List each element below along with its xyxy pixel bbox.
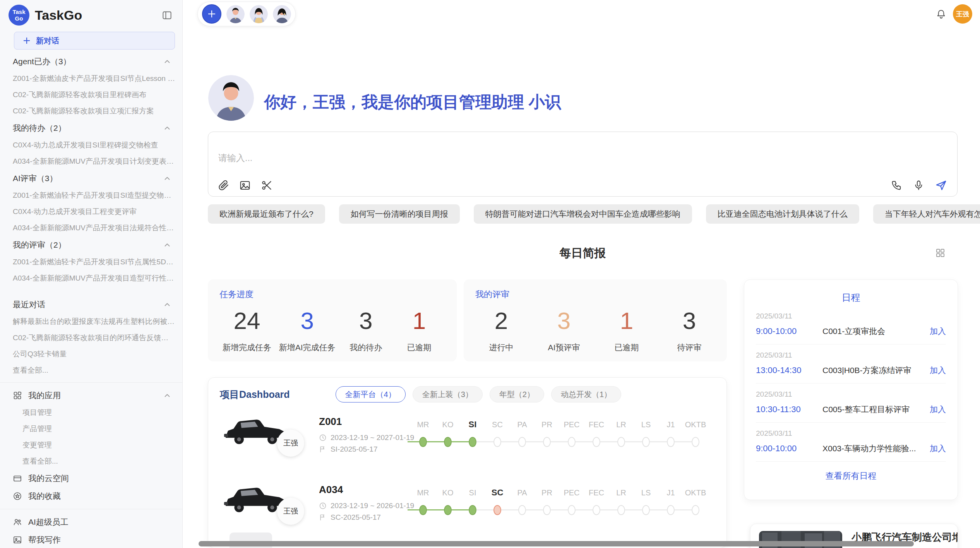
sidebar-item[interactable]: C0X4-动力总成开发项目工程变更评审 bbox=[0, 204, 182, 220]
suggestion-chip[interactable]: 当下年轻人对汽车外观有怎样的喜好趋势 bbox=[873, 204, 980, 224]
sidebar-item-tool[interactable]: AI超级员工 bbox=[0, 513, 182, 531]
project-owner-avatar: 王强 bbox=[277, 498, 304, 525]
user-avatar[interactable]: 王强 bbox=[953, 4, 972, 24]
app-item[interactable]: 项目管理 bbox=[0, 404, 182, 421]
recent-item[interactable]: 公司Q3轻卡销量 bbox=[0, 346, 182, 362]
section-label: 我的应用 bbox=[28, 390, 61, 401]
notification-bell-icon[interactable] bbox=[936, 9, 946, 19]
member-avatar[interactable] bbox=[273, 5, 291, 23]
stat-label: 我的待办 bbox=[343, 342, 389, 353]
join-link[interactable]: 加入 bbox=[930, 404, 946, 415]
schedule-name: C005-整车工程目标评审 bbox=[822, 404, 930, 415]
milestone-label: PEC bbox=[559, 420, 584, 429]
cloud-space-label: 我的云空间 bbox=[28, 473, 69, 484]
project-code: Z001 bbox=[319, 416, 414, 428]
app-item[interactable]: 产品管理 bbox=[0, 421, 182, 437]
milestone-progress-line bbox=[408, 441, 473, 442]
stat-label: 进行中 bbox=[478, 342, 524, 353]
date-range: 2023-12-19 ~ 2027-01-19 bbox=[331, 433, 414, 442]
section-header[interactable]: AI评审（3） bbox=[0, 170, 182, 187]
stat: 3新增AI完成任务 bbox=[279, 307, 336, 353]
project-flag: SI-2025-05-17 bbox=[319, 445, 414, 454]
milestone-dot bbox=[419, 437, 427, 447]
chat-input-box[interactable] bbox=[208, 132, 958, 197]
sidebar: Task Go TaskGo 新对话 Agent已办（3）Z001-全新燃油皮卡… bbox=[0, 0, 183, 548]
suggestion-chip[interactable]: 欧洲新规最近颁布了什么? bbox=[208, 204, 325, 224]
milestone-label: J1 bbox=[658, 420, 683, 429]
stat-value: 24 bbox=[223, 307, 271, 334]
sidebar-collapse-icon[interactable] bbox=[162, 10, 172, 21]
chat-input[interactable] bbox=[218, 153, 760, 163]
milestone-label: LS bbox=[634, 488, 658, 497]
image-upload-icon[interactable] bbox=[239, 180, 251, 191]
sidebar-item-favorites[interactable]: 我的收藏 bbox=[0, 487, 182, 505]
app-item[interactable]: 查看全部... bbox=[0, 453, 182, 469]
view-all-schedule-link[interactable]: 查看所有日程 bbox=[756, 470, 946, 482]
dashboard-tab[interactable]: 全新上装（3） bbox=[413, 386, 483, 402]
sidebar-item[interactable]: C0X4-动力总成开发项目SI里程碑提交物检查 bbox=[0, 137, 182, 153]
sidebar-item[interactable]: A034-全新新能源MUV产品开发项目法规符合性评审 bbox=[0, 220, 182, 236]
sidebar-item[interactable]: Z001-全新燃油轻卡产品开发项目SI节点属性5D文件评审 bbox=[0, 254, 182, 270]
member-avatar[interactable] bbox=[250, 5, 268, 23]
team-bar bbox=[197, 2, 296, 26]
suggestion-chip[interactable]: 如何写一份清晰的项目周报 bbox=[339, 204, 460, 224]
schedule-time: 9:00-10:00 bbox=[756, 326, 822, 336]
horizontal-scrollbar[interactable] bbox=[199, 541, 914, 546]
sidebar-item[interactable]: C02-飞腾新能源轻客改款项目里程碑画布 bbox=[0, 87, 182, 103]
dashboard-tab[interactable]: 全新平台（4） bbox=[336, 386, 406, 402]
sidebar-item[interactable]: Z001-全新燃油皮卡产品开发项目SI节点Lesson Learn报告 bbox=[0, 70, 182, 87]
milestone-dot bbox=[469, 505, 476, 515]
chevron-up-icon bbox=[163, 124, 171, 132]
section-header[interactable]: Agent已办（3） bbox=[0, 53, 182, 70]
schedule-item: 2025/03/119:00-10:00X003-车辆动力学性能验...加入 bbox=[756, 423, 946, 462]
sidebar-section: 我的评审（2）Z001-全新燃油轻卡产品开发项目SI节点属性5D文件评审A034… bbox=[0, 236, 182, 286]
recent-section-header[interactable]: 最近对话 bbox=[0, 296, 182, 313]
schedule-title: 日程 bbox=[756, 291, 946, 304]
join-link[interactable]: 加入 bbox=[930, 443, 946, 454]
join-link[interactable]: 加入 bbox=[930, 365, 946, 376]
dashboard-tab[interactable]: 年型（2） bbox=[490, 386, 544, 402]
milestone-label: SI bbox=[460, 420, 485, 430]
chevron-up-icon bbox=[163, 241, 171, 249]
sidebar-item[interactable]: A034-全新新能源MUV产品开发项目造型可行性评审 bbox=[0, 270, 182, 286]
milestone-dot bbox=[543, 437, 551, 447]
add-member-button[interactable] bbox=[202, 4, 221, 24]
project-row[interactable]: 王强Z0012023-12-19 ~ 2027-01-19SI-2025-05-… bbox=[220, 413, 715, 471]
project-flag: SC-2025-05-17 bbox=[319, 513, 414, 522]
suggestion-chip[interactable]: 比亚迪全固态电池计划具体说了什么 bbox=[706, 204, 859, 224]
stat: 24新增完成任务 bbox=[223, 307, 271, 353]
sidebar-item[interactable]: Z001-全新燃油轻卡产品开发项目SI造型提交物评审 bbox=[0, 187, 182, 204]
attachment-icon[interactable] bbox=[218, 180, 229, 191]
scissors-icon[interactable] bbox=[261, 180, 272, 191]
schedule-time: 13:00-14:30 bbox=[756, 365, 822, 375]
milestone-dot bbox=[444, 437, 452, 447]
sidebar-item[interactable]: A034-全新新能源MUV产品开发项目计划变更表编写 bbox=[0, 153, 182, 170]
member-avatar[interactable] bbox=[226, 5, 245, 23]
section-header[interactable]: 我的待办（2） bbox=[0, 119, 182, 137]
milestone-dot bbox=[419, 505, 427, 515]
phone-call-icon[interactable] bbox=[891, 180, 902, 191]
recent-item[interactable]: 查看全部... bbox=[0, 362, 182, 378]
sidebar-item[interactable]: C02-飞腾新能源轻客改款项目立项汇报方案 bbox=[0, 103, 182, 119]
microphone-icon[interactable] bbox=[913, 180, 924, 191]
project-row[interactable]: 王强A0342023-12-19 ~ 2026-01-19SC-2025-05-… bbox=[220, 481, 715, 539]
milestone-dot bbox=[642, 505, 650, 515]
suggestion-chip[interactable]: 特朗普可能对进口汽车增税会对中国车企造成哪些影响 bbox=[474, 204, 692, 224]
dashboard-tab[interactable]: 动总开发（1） bbox=[551, 386, 621, 402]
recent-item[interactable]: 解释最新出台的欧盟报废车法规再生塑料比例被调至15%... bbox=[0, 313, 182, 330]
join-link[interactable]: 加入 bbox=[930, 326, 946, 337]
sidebar-section: 我的待办（2）C0X4-动力总成开发项目SI里程碑提交物检查A034-全新新能源… bbox=[0, 119, 182, 170]
milestone-dot bbox=[444, 505, 452, 515]
new-chat-button[interactable]: 新对话 bbox=[14, 32, 175, 50]
send-icon[interactable] bbox=[935, 179, 947, 191]
recent-item[interactable]: C02-飞腾新能源轻客改款项目的闭环通告反馈情况 bbox=[0, 330, 182, 346]
section-header[interactable]: 我的评审（2） bbox=[0, 236, 182, 254]
sidebar-item-tool[interactable]: 帮我写作 bbox=[0, 531, 182, 548]
user-name: 王强 bbox=[956, 10, 969, 19]
apps-section-header[interactable]: 我的应用 bbox=[0, 387, 182, 404]
plus-icon bbox=[207, 9, 216, 19]
cloud-space-icon bbox=[13, 474, 22, 483]
sidebar-item-cloud-space[interactable]: 我的云空间 bbox=[0, 469, 182, 487]
app-item[interactable]: 变更管理 bbox=[0, 437, 182, 453]
layout-grid-icon[interactable] bbox=[935, 248, 946, 258]
